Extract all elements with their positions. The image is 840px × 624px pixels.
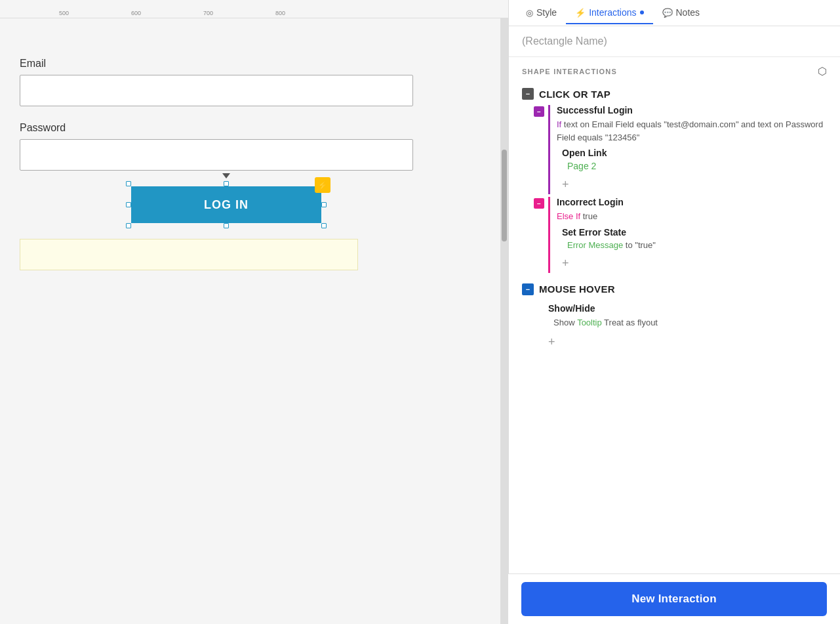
add-condition-3[interactable]: +: [548, 333, 830, 352]
plus-icon-2: +: [562, 257, 569, 270]
tab-interactions[interactable]: ⚡ Interactions: [566, 2, 652, 24]
tab-notes[interactable]: 💬 Notes: [653, 2, 710, 24]
mouse-hover-group: − MOUSE HOVER Show/Hide Show Tooltip Tre…: [509, 278, 840, 352]
lightning-icon: ⚡: [317, 180, 328, 190]
incorrect-login-name: Incorrect Login: [557, 197, 830, 207]
right-panel: ◎ Style ⚡ Interactions 💬 Notes (Rectangl…: [508, 0, 840, 624]
handle-tl: [126, 181, 131, 186]
add-condition-2[interactable]: +: [562, 254, 830, 273]
email-input[interactable]: [20, 75, 413, 106]
section-header: SHAPE INTERACTIONS ⬡: [509, 57, 840, 83]
incorrect-login-collapse[interactable]: −: [534, 198, 544, 209]
new-interaction-bar: New Interaction: [508, 573, 840, 624]
page-2-value: Page 2: [567, 161, 830, 171]
new-interaction-button[interactable]: New Interaction: [521, 582, 827, 616]
handle-bl: [126, 223, 131, 228]
interactions-dot: [640, 10, 644, 14]
tab-notes-label: Notes: [676, 7, 700, 18]
ruler: 500 600 700 800: [0, 0, 508, 18]
incorrect-login-condition: Else If true: [557, 210, 830, 223]
scrollbar-thumb[interactable]: [502, 150, 507, 241]
successful-login-condition: If text on Email Field equals "test@doma…: [557, 118, 830, 144]
show-hide-action: Show/Hide: [548, 303, 830, 314]
tooltip-target: Tooltip: [577, 318, 602, 327]
tab-style[interactable]: ◎ Style: [517, 2, 566, 24]
click-tap-collapse[interactable]: −: [522, 88, 534, 100]
add-condition-1[interactable]: +: [562, 175, 830, 194]
highlight-rect: [20, 239, 358, 270]
show-tooltip-detail: Show Tooltip Treat as flyout: [553, 318, 830, 327]
error-message-detail: Error Message to "true": [567, 240, 830, 250]
interactions-icon: ⚡: [575, 8, 586, 18]
login-button-wrapper: LOG IN ⚡: [131, 186, 321, 223]
open-link-action: Open Link: [562, 148, 830, 158]
panel-tabs: ◎ Style ⚡ Interactions 💬 Notes: [509, 0, 840, 26]
style-icon: ◎: [526, 8, 533, 18]
canvas-area: 500 600 700 800 Email Password LOG IN: [0, 0, 508, 624]
handle-mr: [321, 202, 327, 207]
minus-icon-blue: −: [526, 285, 530, 293]
error-message-target: Error Message: [567, 240, 623, 250]
tab-style-label: Style: [536, 7, 557, 18]
handle-bm: [224, 223, 229, 228]
set-error-state-action: Set Error State: [562, 227, 830, 238]
successful-login-name: Successful Login: [557, 105, 830, 115]
section-title: SHAPE INTERACTIONS: [522, 68, 617, 75]
minus-icon-purple: −: [537, 108, 541, 115]
external-link-icon[interactable]: ⬡: [818, 65, 827, 77]
mouse-hover-collapse[interactable]: −: [522, 283, 534, 295]
handle-tm: [224, 181, 229, 186]
shape-name: (Rectangle Name): [522, 35, 607, 47]
handle-ml: [126, 202, 131, 207]
ruler-800: 800: [275, 10, 285, 16]
notes-icon: 💬: [662, 8, 673, 18]
top-indicator: [222, 173, 230, 178]
ruler-700: 700: [203, 10, 213, 16]
mouse-hover-label: MOUSE HOVER: [539, 283, 615, 295]
plus-icon-1: +: [562, 178, 569, 192]
lightning-badge: ⚡: [315, 177, 330, 193]
click-tap-trigger: − CLICK OR TAP: [509, 83, 840, 105]
mouse-hover-trigger: − MOUSE HOVER: [509, 278, 840, 301]
interactions-list: − CLICK OR TAP − Successful Login If tex…: [509, 83, 840, 624]
handle-br: [321, 223, 327, 228]
if-keyword: If: [557, 119, 561, 129]
plus-icon-3: +: [548, 335, 555, 349]
shape-name-bar: (Rectangle Name): [509, 26, 840, 57]
else-if-keyword: Else If: [557, 211, 580, 221]
canvas-scrollbar[interactable]: [500, 18, 508, 624]
login-button[interactable]: LOG IN: [131, 186, 321, 223]
click-tap-group: − CLICK OR TAP − Successful Login If tex…: [509, 83, 840, 273]
password-input[interactable]: [20, 139, 413, 171]
ruler-500: 500: [59, 10, 69, 16]
email-label: Email: [20, 58, 466, 70]
minus-icon-pink: −: [537, 200, 541, 207]
canvas-content: Email Password LOG IN ⚡: [0, 18, 508, 624]
password-label: Password: [20, 122, 466, 134]
successful-login-collapse[interactable]: −: [534, 106, 544, 117]
minus-icon: −: [526, 91, 530, 98]
tab-interactions-label: Interactions: [589, 7, 636, 18]
click-tap-label: CLICK OR TAP: [539, 89, 610, 100]
ruler-600: 600: [131, 10, 141, 16]
